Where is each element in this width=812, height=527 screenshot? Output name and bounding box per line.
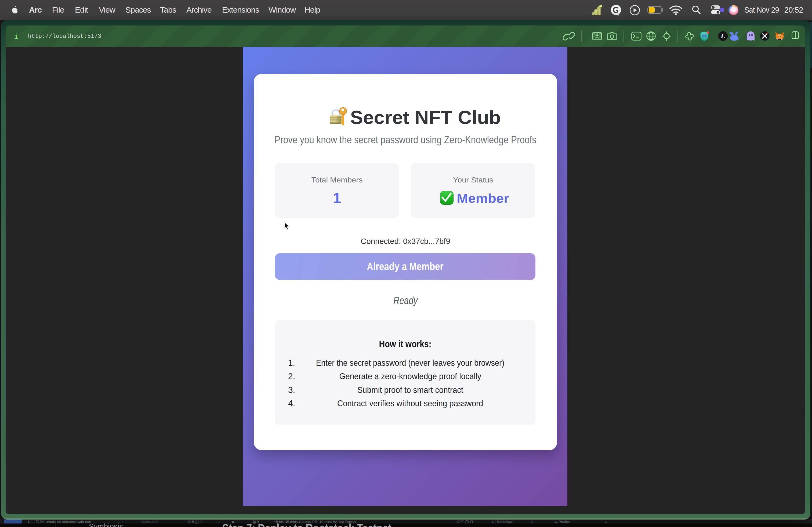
svg-text:L: L	[721, 32, 725, 40]
